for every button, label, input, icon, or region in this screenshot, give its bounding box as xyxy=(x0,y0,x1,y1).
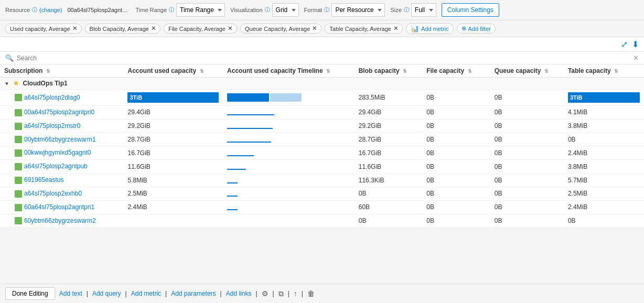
file-cell-9: 0B xyxy=(422,214,490,228)
expand-icon[interactable]: ⤢ xyxy=(621,39,628,49)
capacity-cell-6: 5.8MiB xyxy=(123,174,223,187)
file-cell-7: 0B xyxy=(422,187,490,200)
change-link[interactable]: (change) xyxy=(39,7,62,13)
table-row: 00ybtm66zbygrzeswarm128.7GiB28.7GiB0B0B0… xyxy=(0,133,644,146)
add-metric-icon: 📊 xyxy=(411,25,419,33)
search-bar: 🔍 ✕ xyxy=(0,52,644,64)
col-header-table[interactable]: Table capacity ⇅ xyxy=(564,64,644,78)
resource-link[interactable]: 00a64sl75plosp2agntpri0 xyxy=(24,109,94,116)
table-cap-cell-2: 3.8MiB xyxy=(564,119,644,133)
table-cap-cell-6: 5.7MiB xyxy=(564,174,644,187)
col-header-queue[interactable]: Queue capacity ⇅ xyxy=(490,64,564,78)
timeline-cell-0 xyxy=(223,90,355,106)
search-clear-icon[interactable]: ✕ xyxy=(633,54,639,62)
resource-link[interactable]: a64sl75plosp2mstr0 xyxy=(24,122,80,129)
timeline-cell-4 xyxy=(223,146,355,160)
capacity-cell-3: 28.7GiB xyxy=(123,133,223,146)
resource-value: 00a64sl75plosp2agntpri... xyxy=(68,7,131,13)
resource-icon xyxy=(15,163,22,170)
metric-label-0: Used capacity, Average xyxy=(10,26,70,32)
metric-close-0[interactable]: ✕ xyxy=(72,25,77,32)
file-cell-8: 0B xyxy=(422,200,490,214)
table-cap-cell-5: 3.8MiB xyxy=(564,160,644,174)
table-row: a64sl75plosp2diag03TiB283.5MiB0B0B3TiB xyxy=(0,90,644,106)
sort-icon-subscription[interactable]: ⇅ xyxy=(46,69,50,74)
download-icon[interactable]: ⬇ xyxy=(632,39,639,49)
timeline-cell-2 xyxy=(223,119,355,133)
metric-close-1[interactable]: ✕ xyxy=(151,25,156,32)
group-folder-icon: ★ xyxy=(13,80,19,87)
metric-label-3: Queue Capacity, Average xyxy=(245,26,310,32)
table-actions: ⤢ ⬇ xyxy=(0,37,644,52)
column-settings-button[interactable]: Column Settings xyxy=(442,3,499,17)
resource-icon xyxy=(15,177,22,184)
queue-cell-9: 0B xyxy=(490,214,564,228)
table-row: 60a64sl75plosp2agntpri12.4MiB60B0B0B2.4M… xyxy=(0,200,644,214)
resource-link[interactable]: 00kwwjhgymlxd5gagnt0 xyxy=(24,149,91,156)
collapse-icon[interactable]: ▼ xyxy=(4,81,9,86)
resource-link[interactable]: 60a64sl75plosp2agntpri1 xyxy=(24,203,94,211)
metric-close-3[interactable]: ✕ xyxy=(312,25,317,32)
toolbar: Resource ⓘ (change) 00a64sl75plosp2agntp… xyxy=(0,0,644,20)
metric-pill-0: Used capacity, Average ✕ xyxy=(5,24,82,34)
resource-link[interactable]: 60ybtm66zbygrzeswarm2 xyxy=(24,217,96,224)
add-metric-label: Add metric xyxy=(421,26,449,32)
add-filter-button[interactable]: ⊕ Add filter xyxy=(457,24,496,34)
search-input[interactable] xyxy=(17,55,630,62)
resource-link[interactable]: 691965eastus xyxy=(24,176,63,183)
resource-icon xyxy=(15,149,22,157)
metric-pill-1: Blob Capacity, Average ✕ xyxy=(85,24,160,34)
col-header-timeline[interactable]: Account used capacity Timeline ⇅ xyxy=(223,64,355,78)
resource-info-icon[interactable]: ⓘ xyxy=(32,6,37,14)
table-row: a64sl75plosp2agntpub11.6GiB11.6GiB0B0B3.… xyxy=(0,160,644,174)
visualization-info-icon[interactable]: ⓘ xyxy=(265,6,270,14)
size-info-icon[interactable]: ⓘ xyxy=(404,6,409,14)
queue-cell-5: 0B xyxy=(490,160,564,174)
col-header-subscription[interactable]: Subscription ⇅ xyxy=(0,64,123,78)
table-row: 60ybtm66zbygrzeswarm20B0B0B0B xyxy=(0,214,644,228)
metric-close-4[interactable]: ✕ xyxy=(393,25,398,32)
visualization-select[interactable]: Grid xyxy=(272,3,299,17)
data-table: Subscription ⇅ Account used capacity ⇅ A… xyxy=(0,64,644,228)
timeline-line xyxy=(227,209,238,210)
resource-link[interactable]: a64sl75plosp2diag0 xyxy=(24,94,80,101)
sort-icon-blob[interactable]: ⇅ xyxy=(403,69,407,74)
resource-link[interactable]: 00ybtm66zbygrzeswarm1 xyxy=(24,136,96,143)
timeline-cell-8 xyxy=(223,200,355,214)
col-header-account-capacity[interactable]: Account used capacity ⇅ xyxy=(123,64,223,78)
time-range-info-icon[interactable]: ⓘ xyxy=(169,6,174,14)
resource-link[interactable]: a64sl75plosp2exhb0 xyxy=(24,190,82,197)
subscription-cell-8: 60a64sl75plosp2agntpri1 xyxy=(0,200,123,214)
format-info-icon[interactable]: ⓘ xyxy=(324,6,329,14)
sort-icon-timeline[interactable]: ⇅ xyxy=(326,69,330,74)
blob-cell-7: 0B xyxy=(355,187,423,200)
timeline-line xyxy=(227,128,273,129)
resource-icon xyxy=(15,109,22,116)
resource-link[interactable]: a64sl75plosp2agntpub xyxy=(24,163,88,170)
resource-icon xyxy=(15,94,22,101)
resource-icon xyxy=(15,190,22,198)
col-header-blob[interactable]: Blob capacity ⇅ xyxy=(355,64,423,78)
metric-pill-4: Table Capacity, Average ✕ xyxy=(325,24,403,34)
format-select[interactable]: Per Resource xyxy=(331,3,385,17)
col-header-file[interactable]: File capacity ⇅ xyxy=(422,64,490,78)
time-range-select[interactable]: Time Range xyxy=(176,3,225,17)
size-select[interactable]: Full xyxy=(411,3,436,17)
search-icon: 🔍 xyxy=(5,54,14,62)
subscription-cell-7: a64sl75plosp2exhb0 xyxy=(0,187,123,200)
add-metric-button[interactable]: 📊 Add metric xyxy=(406,23,454,34)
blob-cell-4: 16.7GiB xyxy=(355,146,423,160)
sort-icon-queue[interactable]: ⇅ xyxy=(544,69,549,74)
table-wrapper: Subscription ⇅ Account used capacity ⇅ A… xyxy=(0,64,644,228)
sort-icon-file[interactable]: ⇅ xyxy=(468,69,472,74)
subscription-cell-5: a64sl75plosp2agntpub xyxy=(0,160,123,174)
metric-close-2[interactable]: ✕ xyxy=(228,25,232,32)
timeline-line xyxy=(227,155,254,156)
metric-label-4: Table Capacity, Average xyxy=(329,26,391,32)
queue-cell-8: 0B xyxy=(490,200,564,214)
sort-icon-account-capacity[interactable]: ⇅ xyxy=(200,69,204,74)
timeline-line xyxy=(227,196,238,197)
table-cap-cell-4: 2.4MiB xyxy=(564,146,644,160)
metric-pill-2: File Capacity, Average ✕ xyxy=(164,24,237,34)
sort-icon-table[interactable]: ⇅ xyxy=(614,69,618,74)
